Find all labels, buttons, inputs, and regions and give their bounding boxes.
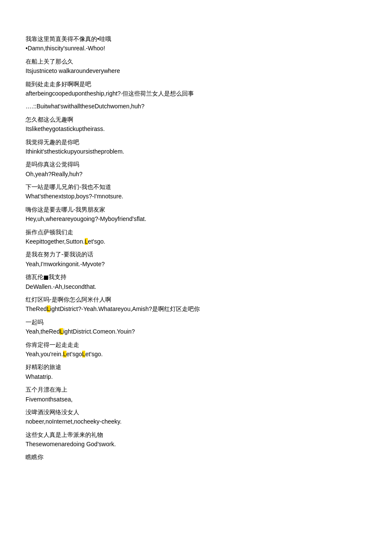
english-line: •Damn,thiscity'sunreal.-Whoo! bbox=[26, 44, 366, 53]
subtitle-6: 我觉得无趣的是你吧 Ithinkit'sthestickupyoursisthe… bbox=[26, 137, 366, 157]
chinese-line: 没啤酒没网络没女人 bbox=[26, 407, 366, 417]
subtitle-18: 没啤酒没网络没女人 nobeer,noInternet,nocheeky-che… bbox=[26, 407, 366, 427]
chinese-line: 我靠这里简直美得不像真的•哇哦 bbox=[26, 34, 366, 44]
highlight-L-5: L bbox=[82, 351, 86, 357]
english-line: Yeah,theRedLightDistrict.Comeon.Youin? bbox=[26, 327, 366, 336]
subtitle-20: 瞧瞧你 bbox=[26, 452, 366, 462]
english-line: Whatatrip. bbox=[26, 372, 366, 381]
chinese-line: 一起吗 bbox=[26, 317, 366, 327]
subtitle-5: 怎久都这么无趣啊 Itsliketheygotastickuptheirass. bbox=[26, 115, 366, 134]
subtitle-8: 下一站是哪儿兄弟们-我也不知道 What'sthenextstop,boys?-… bbox=[26, 182, 366, 201]
subtitle-13: 红灯区吗-是啊你怎么阿米什人啊 TheRedLightDistrict?-Yea… bbox=[26, 295, 366, 314]
subtitle-10: 振作点萨顿我们走 Keepittogether,Sutton.Let'sgo. bbox=[26, 227, 366, 247]
chinese-line: 振作点萨顿我们走 bbox=[26, 227, 366, 237]
chinese-line: 红灯区吗-是啊你怎么阿米什人啊 bbox=[26, 295, 366, 304]
highlight-L-2: L bbox=[47, 305, 50, 312]
english-line: What'sthenextstop,boys?-I'mnotsure. bbox=[26, 192, 366, 201]
highlight-L-4: L bbox=[63, 351, 66, 357]
english-line: Yeah,you'rein.Let'sgoLet'sgo. bbox=[26, 349, 366, 359]
chinese-line: 德瓦伦我支持 bbox=[26, 272, 366, 282]
chinese-line: 五个月漂在海上 bbox=[26, 385, 366, 394]
highlight-L-3: L bbox=[60, 328, 63, 335]
chinese-line: ….::Buitwhat'swithalltheseDutchwomen,huh… bbox=[26, 102, 366, 111]
english-line: Hey,uh,whereareyougoing?-Myboyfriend'sfl… bbox=[26, 214, 366, 224]
subtitle-7: 是吗你真这公觉得吗 Oh,yeah?Really,huh? bbox=[26, 160, 366, 179]
chinese-line: 是我在努力了-要我说的话 bbox=[26, 250, 366, 259]
highlight-L: L bbox=[85, 238, 88, 245]
english-line: afterbeingcoopedupontheship,right?·但这些荷兰… bbox=[26, 89, 366, 98]
english-line: nobeer,noInternet,nocheeky-cheeky. bbox=[26, 417, 366, 426]
subtitle-17: 五个月漂在海上 Fivemonthsatsea, bbox=[26, 385, 366, 404]
english-line: Itsliketheygotastickuptheirass. bbox=[26, 124, 366, 134]
subtitle-container: 我靠这里简直美得不像真的•哇哦 •Damn,thiscity'sunreal.-… bbox=[26, 34, 366, 462]
black-square-icon bbox=[44, 276, 48, 280]
chinese-line: 嗨你这是要去哪儿-我男朋友家 bbox=[26, 205, 366, 214]
subtitle-15: 你肯定得一起走走走 Yeah,you'rein.Let'sgoLet'sgo. bbox=[26, 340, 366, 359]
english-line: Keepittogether,Sutton.Let'sgo. bbox=[26, 237, 366, 246]
english-line: TheRedLightDistrict?-Yeah.Whatareyou,Ami… bbox=[26, 304, 366, 314]
chinese-line: 你肯定得一起走走走 bbox=[26, 340, 366, 349]
english-line: Thesewomenaredoing God'swork. bbox=[26, 439, 366, 449]
chinese-line: 这些女人真是上帝派来的礼物 bbox=[26, 430, 366, 439]
chinese-line: 怎久都这么无趣啊 bbox=[26, 115, 366, 124]
english-line: Fivemonthsatsea, bbox=[26, 395, 366, 404]
english-line: Oh,yeah?Really,huh? bbox=[26, 169, 366, 179]
chinese-line: 下一站是哪儿兄弟们-我也不知道 bbox=[26, 182, 366, 192]
subtitle-19: 这些女人真是上帝派来的礼物 Thesewomenaredoing God'swo… bbox=[26, 430, 366, 449]
english-line: Itsjustniceto walkaroundeverywhere bbox=[26, 66, 366, 76]
subtitle-16: 好精彩的旅途 Whatatrip. bbox=[26, 362, 366, 381]
chinese-line: 好精彩的旅途 bbox=[26, 362, 366, 372]
subtitle-2: 在船上关了那么久 Itsjustniceto walkaroundeverywh… bbox=[26, 57, 366, 76]
chinese-line: 在船上关了那么久 bbox=[26, 57, 366, 66]
english-line: DeWallen.-Ah,Isecondthat. bbox=[26, 282, 366, 291]
subtitle-11: 是我在努力了-要我说的话 Yeah,I'mworkingonit.-Myvote… bbox=[26, 250, 366, 269]
chinese-line: 能到处走走多好啊啊是吧 bbox=[26, 79, 366, 89]
subtitle-14: 一起吗 Yeah,theRedLightDistrict.Comeon.Youi… bbox=[26, 317, 366, 337]
chinese-line: 我觉得无趣的是你吧 bbox=[26, 137, 366, 147]
subtitle-3: 能到处走走多好啊啊是吧 afterbeingcoopedupontheship,… bbox=[26, 79, 366, 99]
subtitle-9: 嗨你这是要去哪儿-我男朋友家 Hey,uh,whereareyougoing?-… bbox=[26, 205, 366, 224]
chinese-line: 是吗你真这公觉得吗 bbox=[26, 160, 366, 169]
chinese-line: 瞧瞧你 bbox=[26, 452, 366, 462]
english-line: Ithinkit'sthestickupyoursistheproblem. bbox=[26, 147, 366, 156]
subtitle-4: ….::Buitwhat'swithalltheseDutchwomen,huh… bbox=[26, 102, 366, 111]
subtitle-1: 我靠这里简直美得不像真的•哇哦 •Damn,thiscity'sunreal.-… bbox=[26, 34, 366, 53]
english-line: Yeah,I'mworkingonit.-Myvote? bbox=[26, 259, 366, 269]
subtitle-12: 德瓦伦我支持 DeWallen.-Ah,Isecondthat. bbox=[26, 272, 366, 291]
